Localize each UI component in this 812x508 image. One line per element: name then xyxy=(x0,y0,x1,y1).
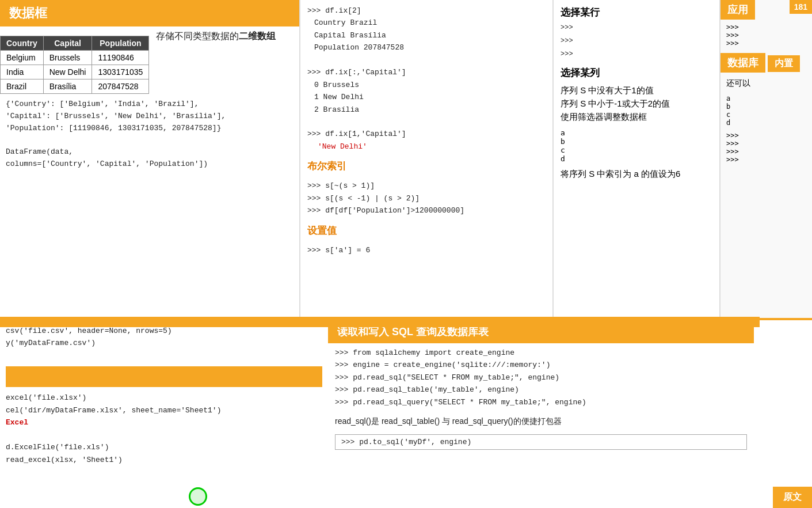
code-line xyxy=(307,116,546,128)
counter-badge: 181 xyxy=(790,0,812,14)
code-line: >>> df.ix[:,'Capital'] xyxy=(307,66,546,78)
code-line: 1 New Delhi xyxy=(307,91,546,103)
code-line: y('myDataFrame.csv') xyxy=(6,337,322,349)
bottom-middle-panel: 读取和写入 SQL 查询及数据库表 >>> from sqlalchemy im… xyxy=(328,318,754,508)
use-filter: 使用筛选器调整数据框 xyxy=(561,112,712,123)
badge-shujuku: 数据库 xyxy=(720,53,765,73)
dataframe-title: 数据框 xyxy=(9,6,47,20)
right-code-line: >>> xyxy=(561,36,712,47)
table-row: India New Delhi 1303171035 xyxy=(1,65,149,79)
code-line: >>> engine = create_engine('sqlite:///:m… xyxy=(335,359,747,371)
top-far-right-panel: 181 应用 >>> >>> >>> 数据库 内置 还可以 a b c d >>… xyxy=(719,0,812,320)
bottom-orange-bar xyxy=(6,366,322,387)
cell-country-2: Brazil xyxy=(1,79,44,94)
badge-yingying: 应用 xyxy=(720,0,755,20)
code-line: >>> df[df['Population']>1200000000] xyxy=(307,204,546,217)
cell-capital-2: Brasília xyxy=(43,79,92,94)
code-line: Capital Brasília xyxy=(307,29,546,41)
far-right-more-code: >>> >>> >>> >>> xyxy=(720,129,812,166)
yuan-wen-button[interactable]: 原文 xyxy=(773,487,812,508)
sql-code-area: >>> from sqlalchemy import create_engine… xyxy=(328,343,754,412)
cursor xyxy=(189,487,207,506)
code-line: Excel xyxy=(6,416,322,429)
select-col-title: 选择某列 xyxy=(561,66,712,79)
code-line xyxy=(6,350,322,362)
code-line: >>> from sqlalchemy import create_engine xyxy=(335,347,747,359)
code-line: 0 Brussels xyxy=(307,79,546,91)
set-code-area: >>> s['a'] = 6 xyxy=(300,240,552,261)
orange-divider xyxy=(0,317,760,327)
badge-neizhi2: 内置 xyxy=(768,55,800,72)
code-line: >>> pd.read_sql("SELECT * FROM my_table;… xyxy=(335,371,747,384)
code-line: read_excel(xlsx, 'Sheet1') xyxy=(6,454,322,466)
col-header-population: Population xyxy=(92,36,149,51)
sql-input-bar[interactable]: >>> pd.to_sql('myDf', engine) xyxy=(335,434,747,450)
top-section: 数据框 Country Capital Population Belgium B… xyxy=(0,0,812,320)
sql-note: read_sql()是 read_sql_table() 与 read_sql_… xyxy=(328,412,754,431)
code-line: d.ExcelFile('file.xls') xyxy=(6,441,322,453)
far-right-code: >>> >>> >>> xyxy=(720,20,812,51)
code-line: >>> s[(s < -1) | (s > 2)] xyxy=(307,192,546,204)
code-line: excel('file.xlsx') xyxy=(6,392,322,404)
table-wrapper: Country Capital Population Belgium Bruss… xyxy=(0,26,299,94)
select-row-section: 选择某行 >>> >>> >>> 选择某列 序列 S 中没有大于1的值 序列 S… xyxy=(554,0,719,185)
code-line: Country Brazil xyxy=(307,17,546,29)
section-shezhi-label: 设置值 xyxy=(300,222,552,240)
right-code-line: >>> xyxy=(561,22,712,33)
code-line: cel('dir/myDataFrame.xlsx', sheet_name='… xyxy=(6,404,322,416)
code-line xyxy=(6,134,293,146)
center-code-area: >>> df.ix[2] Country Brazil Capital Bras… xyxy=(300,0,552,157)
note-haike: 还可以 xyxy=(720,75,812,92)
cell-capital-1: New Delhi xyxy=(43,65,92,79)
var-col: a b c d xyxy=(561,128,565,163)
table-row: Belgium Brussels 11190846 xyxy=(1,51,149,65)
cell-country-1: India xyxy=(1,65,44,79)
code-block-left: {'Country': ['Belgium', 'India', 'Brazil… xyxy=(0,94,299,175)
bool-code-area: >>> s[~(s > 1)] >>> s[(s < -1) | (s > 2)… xyxy=(300,175,552,221)
code-line xyxy=(6,429,322,441)
s-less-or-greater: 序列 S 中小于-1或大于2的值 xyxy=(561,98,712,109)
code-line: columns=['Country', 'Capital', 'Populati… xyxy=(6,158,293,170)
top-left-panel: 数据框 Country Capital Population Belgium B… xyxy=(0,0,299,320)
dataframe-header: 数据框 xyxy=(0,0,299,26)
code-line: DataFrame(data, xyxy=(6,146,293,158)
code-line: Population 207847528 xyxy=(307,41,546,54)
cell-pop-0: 11190846 xyxy=(92,51,149,65)
set-a-6: 将序列 S 中索引为 a 的值设为6 xyxy=(561,169,712,180)
table-row: Brazil Brasília 207847528 xyxy=(1,79,149,94)
code-line: 'Population': [11190846, 1303171035, 207… xyxy=(6,123,293,135)
right-code-line: >>> xyxy=(561,49,712,60)
cell-pop-2: 207847528 xyxy=(92,79,149,94)
bottom-left-panel: csv('file.csv', header=None, nrows=5) y(… xyxy=(0,318,328,508)
section-buersuo-label: 布尔索引 xyxy=(300,157,552,175)
bottom-right-panel: 原文 xyxy=(754,318,812,508)
col-header-capital: Capital xyxy=(43,36,92,51)
code-line: >>> pd.read_sql_query("SELECT * FROM my_… xyxy=(335,396,747,408)
code-line xyxy=(307,54,546,66)
cell-country-0: Belgium xyxy=(1,51,44,65)
code-line: {'Country': ['Belgium', 'India', 'Brazil… xyxy=(6,98,293,111)
bottom-left-code: csv('file.csv', header=None, nrows=5) y(… xyxy=(6,325,322,466)
cell-pop-1: 1303171035 xyxy=(92,65,149,79)
code-line: >>> s['a'] = 6 xyxy=(307,244,546,256)
code-line: 2 Brasília xyxy=(307,104,546,116)
description-text: 存储不同类型数据的二维数组 xyxy=(149,30,276,43)
top-center-panel: >>> df.ix[2] Country Brazil Capital Bras… xyxy=(299,0,552,320)
dataframe-table: Country Capital Population Belgium Bruss… xyxy=(0,36,149,94)
code-line: >>> df.ix[2] xyxy=(307,5,546,17)
bottom-section: csv('file.csv', header=None, nrows=5) y(… xyxy=(0,318,812,508)
col-header-country: Country xyxy=(1,36,44,51)
select-row-title: 选择某行 xyxy=(561,6,712,19)
cell-capital-0: Brussels xyxy=(43,51,92,65)
code-line: 'New Delhi' xyxy=(307,141,546,153)
code-line: >>> pd.read_sql_table('my_table', engine… xyxy=(335,384,747,396)
code-line: >>> s[~(s > 1)] xyxy=(307,180,546,192)
code-line: 'Capital': ['Brussels', 'New Delhi', 'Br… xyxy=(6,111,293,123)
code-line: >>> df.ix[1,'Capital'] xyxy=(307,128,546,140)
s-no-greater: 序列 S 中没有大于1的值 xyxy=(561,85,712,96)
far-right-code2: a b c d xyxy=(720,92,812,129)
top-right-panel: 选择某行 >>> >>> >>> 选择某列 序列 S 中没有大于1的值 序列 S… xyxy=(552,0,719,320)
